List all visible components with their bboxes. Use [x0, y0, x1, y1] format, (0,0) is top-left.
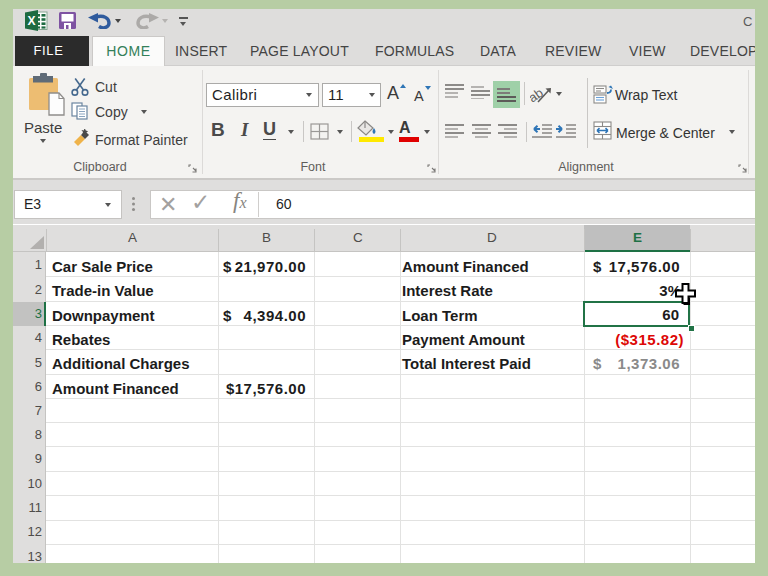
svg-text:X: X: [27, 14, 35, 28]
